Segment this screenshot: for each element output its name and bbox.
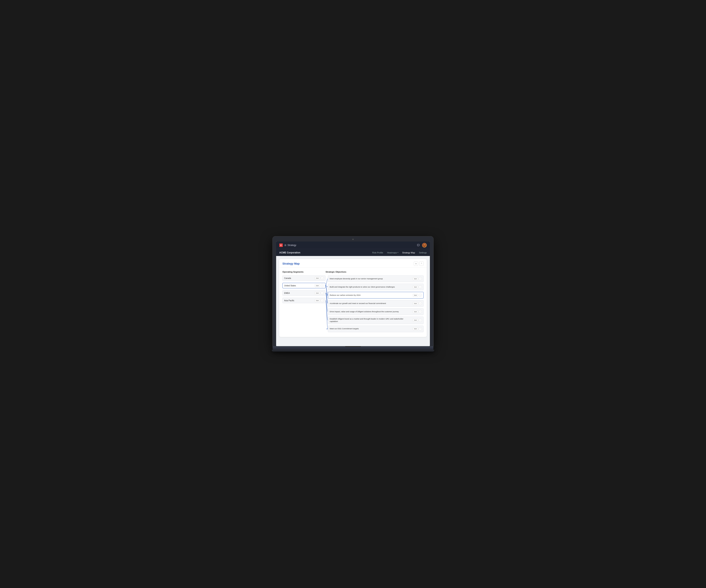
objective-box-0: Meet employee deversity goals in our sen…: [328, 276, 424, 282]
screen: ⊞ Strategy ACME Corpo: [276, 242, 430, 346]
segment-label-box-asia: Asia Pacific Edit ›: [282, 298, 325, 303]
segment-label-emea: EMEA: [284, 292, 314, 294]
segment-edit-asia[interactable]: Edit: [315, 299, 320, 302]
close-button[interactable]: ✕: [414, 261, 418, 266]
laptop-container: ⊞ Strategy ACME Corpo: [273, 237, 433, 351]
objective-edit-1[interactable]: Edit: [413, 286, 418, 289]
segment-asia-pacific: Asia Pacific Edit ›: [282, 298, 325, 303]
map-area: Operating Segments Canada Edit ›: [279, 267, 427, 337]
nav-links: Risk Profile Heatmaps ▾ Strategy Map Set…: [372, 251, 427, 254]
user-avatar[interactable]: [422, 243, 427, 248]
objective-edit-3[interactable]: Edit: [413, 302, 418, 305]
nav-settings[interactable]: Settings: [419, 251, 427, 254]
segment-arrow-asia[interactable]: ›: [321, 299, 324, 302]
heatmaps-chevron: ▾: [397, 252, 398, 253]
objective-box-5: Establish Diligent brand as a market and…: [328, 317, 424, 324]
objective-box-3: Accelerate our growth and meet or exceed…: [328, 300, 424, 307]
nav-strategy-map[interactable]: Strategy Map: [402, 251, 415, 254]
camera: [352, 239, 354, 240]
card-title: Strategy Map: [282, 262, 414, 265]
objective-text-6: Meet our ESG Commitment targets: [330, 328, 412, 330]
objective-edit-6[interactable]: Edit: [413, 327, 418, 330]
objective-dot-2: [326, 295, 328, 296]
objective-arrow-5[interactable]: ›: [419, 319, 422, 322]
segment-canada: Canada Edit ›: [282, 276, 325, 281]
objective-arrow-4[interactable]: ›: [419, 310, 422, 313]
app-title: Strategy: [287, 244, 296, 247]
objective-4: Drive impact, value and usage of Diligen…: [327, 308, 424, 315]
logo-icon: [279, 243, 283, 247]
objective-edit-2[interactable]: Edit: [413, 294, 418, 297]
segment-edit-emea[interactable]: Edit: [315, 292, 320, 295]
svg-point-1: [424, 244, 425, 245]
objective-6: Meet our ESG Commitment targets Edit ›: [327, 326, 424, 332]
objective-0: Meet employee deversity goals in our sen…: [327, 276, 424, 282]
objectives-column: Strategic Objectives Meet employee dever…: [325, 271, 424, 334]
objective-box-1: Build and integrate the right products t…: [328, 284, 424, 290]
segment-edit-canada[interactable]: Edit: [315, 277, 320, 280]
segment-arrow-emea[interactable]: ›: [321, 291, 324, 295]
segment-label-us: United States: [284, 285, 314, 287]
objective-box-6: Meet our ESG Commitment targets Edit ›: [328, 326, 424, 332]
segment-united-states: United States Edit ›: [282, 283, 325, 288]
company-name: ACME Corporation: [279, 251, 300, 254]
laptop-bottom: [273, 346, 433, 350]
grid-icon: ⊞: [284, 244, 286, 247]
strategy-map-card: Strategy Map ✕ ⌃ Operating Segments: [279, 259, 427, 337]
segment-label-canada: Canada: [284, 277, 314, 279]
segment-emea: EMEA Edit ›: [282, 290, 325, 296]
objective-text-5: Establish Diligent brand as a market and…: [330, 318, 412, 323]
objective-arrow-1[interactable]: ›: [419, 285, 422, 289]
objective-arrow-3[interactable]: ›: [419, 302, 422, 305]
screen-bezel: ⊞ Strategy ACME Corpo: [273, 237, 433, 346]
laptop-hinge: [345, 346, 361, 347]
objective-3: Accelerate our growth and meet or exceed…: [327, 300, 424, 307]
objectives-inner: Meet employee deversity goals in our sen…: [325, 276, 424, 332]
sub-nav: ACME Corporation Risk Profile Heatmaps ▾…: [276, 249, 430, 256]
objective-edit-5[interactable]: Edit: [413, 319, 418, 322]
objective-text-0: Meet employee deversity goals in our sen…: [330, 278, 412, 280]
objective-box-2: Reduce our carbon emission by 2024 Edit …: [328, 292, 424, 298]
card-header: Strategy Map ✕ ⌃: [279, 259, 427, 267]
objective-text-1: Build and integrate the right products t…: [330, 286, 412, 288]
card-header-actions: ✕ ⌃: [414, 261, 424, 266]
objective-box-4: Drive impact, value and usage of Diligen…: [328, 308, 424, 315]
objective-2: Reduce our carbon emission by 2024 Edit …: [327, 292, 424, 298]
segments-column: Operating Segments Canada Edit ›: [282, 271, 325, 334]
segment-arrow-us[interactable]: ›: [321, 284, 324, 287]
segment-label-box-us: United States Edit ›: [282, 283, 325, 288]
segment-label-box-emea: EMEA Edit ›: [282, 290, 325, 296]
segments-title: Operating Segments: [282, 271, 325, 273]
chat-icon-btn[interactable]: [416, 243, 421, 248]
segment-label-box-canada: Canada Edit ›: [282, 276, 325, 281]
objective-edit-0[interactable]: Edit: [413, 277, 418, 280]
nav-risk-profile[interactable]: Risk Profile: [372, 251, 383, 254]
objective-1: Build and integrate the right products t…: [327, 284, 424, 290]
laptop-base: [272, 350, 434, 351]
segment-edit-us[interactable]: Edit: [315, 284, 320, 287]
content-area: Strategy Map ✕ ⌃ Operating Segments: [276, 256, 430, 346]
segment-label-asia: Asia Pacific: [284, 299, 314, 302]
expand-button[interactable]: ⌃: [419, 261, 424, 266]
objective-arrow-6[interactable]: ›: [419, 327, 422, 331]
objectives-title: Strategic Objectives: [325, 271, 424, 273]
objective-5: Establish Diligent brand as a market and…: [327, 317, 424, 324]
objective-arrow-2[interactable]: ›: [419, 294, 422, 297]
objective-text-2: Reduce our carbon emission by 2024: [330, 294, 412, 297]
objective-edit-4[interactable]: Edit: [413, 310, 418, 313]
objective-dot-6: [326, 328, 328, 330]
top-nav: ⊞ Strategy: [276, 242, 430, 249]
objective-text-3: Accelerate our growth and meet or exceed…: [330, 302, 412, 305]
nav-heatmaps[interactable]: Heatmaps ▾: [387, 251, 398, 254]
objective-arrow-0[interactable]: ›: [419, 277, 422, 280]
segment-arrow-canada[interactable]: ›: [321, 277, 324, 280]
objective-text-4: Drive impact, value and usage of Diligen…: [330, 310, 412, 313]
